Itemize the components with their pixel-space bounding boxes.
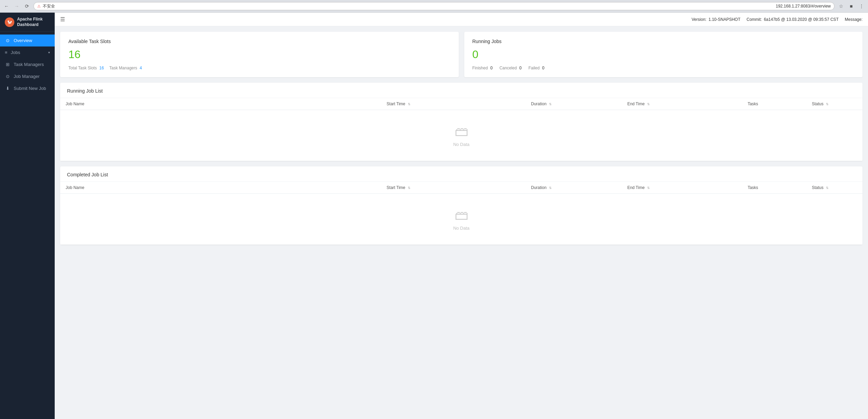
sidebar-item-submit-new-job-label: Submit New Job [14, 86, 46, 91]
available-task-slots-stats: Total Task Slots 16 Task Managers 4 [68, 66, 451, 70]
completed-jobs-col-jobname: Job Name [60, 182, 381, 194]
url-full: 192.168.1.27:8083/#/overview [776, 4, 831, 9]
jobs-icon: ≡ [5, 50, 8, 55]
running-job-list-section: Running Job List Job Name Start Time ⇅ [60, 83, 863, 161]
topbar-right: Version: 1.10-SNAPSHOT Commit: 6a147b5 @… [692, 17, 863, 22]
completed-jobs-col-endtime[interactable]: End Time ⇅ [622, 182, 742, 194]
available-task-slots-card: Available Task Slots 16 Total Task Slots… [60, 32, 459, 77]
url-text: 不安全 [43, 3, 774, 9]
completed-status-sort-icon: ⇅ [826, 186, 829, 190]
running-jobs-card: Running Jobs 0 Finished 0 Canceled 0 Fai… [464, 32, 863, 77]
sidebar-item-jobs-label: Jobs [11, 50, 20, 55]
endtime-sort-icon: ⇅ [647, 103, 650, 106]
job-manager-icon: ⊙ [5, 74, 10, 79]
task-managers-stat: Task Managers 4 [109, 66, 142, 70]
completed-jobs-no-data-row: 🗃 No Data [60, 194, 863, 245]
completed-endtime-sort-icon: ⇅ [647, 186, 650, 190]
sidebar-item-task-managers[interactable]: ⊞ Task Managers [0, 58, 55, 70]
running-jobs-col-tasks: Tasks [742, 98, 806, 110]
reload-button[interactable]: ⟳ [23, 2, 31, 10]
bookmark-button[interactable]: ☆ [837, 2, 845, 10]
sidebar-item-submit-new-job[interactable]: ⬇ Submit New Job [0, 82, 55, 94]
task-managers-icon: ⊞ [5, 62, 10, 67]
completed-jobs-col-duration[interactable]: Duration ⇅ [525, 182, 622, 194]
sidebar-item-jobs[interactable]: ≡ Jobs ▾ [0, 46, 55, 58]
version-label: Version: [692, 17, 706, 22]
menu-toggle-button[interactable]: ☰ [60, 16, 65, 23]
commit-label: Commit: [747, 17, 762, 22]
sidebar-item-overview-label: Overview [14, 38, 32, 43]
back-button[interactable]: ← [3, 2, 10, 10]
sidebar-item-jobs-left: ≡ Jobs [5, 50, 20, 55]
browser-chrome: ← → ⟳ ⚠ 不安全 192.168.1.27:8083/#/overview… [0, 0, 868, 13]
running-jobs-stats: Finished 0 Canceled 0 Failed 0 [472, 66, 855, 70]
sidebar-item-task-managers-label: Task Managers [14, 62, 44, 67]
available-task-slots-title: Available Task Slots [68, 39, 451, 44]
running-jobs-no-data-row: 🗃 No Data [60, 110, 863, 161]
completed-jobs-no-data-text: No Data [453, 226, 470, 231]
submit-job-icon: ⬇ [5, 86, 10, 91]
address-bar[interactable]: ⚠ 不安全 192.168.1.27:8083/#/overview [34, 2, 834, 10]
completed-job-list-section: Completed Job List Job Name Start Time ⇅ [60, 166, 863, 245]
running-jobs-col-status[interactable]: Status ⇅ [806, 98, 863, 110]
status-sort-icon: ⇅ [826, 103, 829, 106]
app-logo-text: Apache Flink Dashboard [17, 17, 50, 27]
main-content: Available Task Slots 16 Total Task Slots… [55, 26, 868, 419]
topbar: ☰ Version: 1.10-SNAPSHOT Commit: 6a147b5… [55, 13, 868, 26]
running-jobs-table-header-row: Job Name Start Time ⇅ Duration ⇅ [60, 98, 863, 110]
extensions-button[interactable]: ■ [847, 2, 855, 10]
running-job-list-header: Running Job List [60, 83, 863, 98]
app-wrapper: 🐿 Apache Flink Dashboard ⊙ Overview ≡ Jo… [0, 13, 868, 419]
running-job-list-table: Job Name Start Time ⇅ Duration ⇅ [60, 98, 863, 161]
message-label: Message: [845, 17, 863, 22]
running-jobs-no-data-text: No Data [453, 142, 470, 147]
completed-jobs-col-starttime[interactable]: Start Time ⇅ [381, 182, 525, 194]
running-jobs-col-duration[interactable]: Duration ⇅ [525, 98, 622, 110]
duration-sort-icon: ⇅ [549, 103, 552, 106]
finished-value: 0 [490, 66, 493, 70]
commit-value: 6a147b5 @ 13.03.2020 @ 09:35:57 CST [764, 17, 839, 22]
sidebar-logo: 🐿 Apache Flink Dashboard [0, 13, 55, 32]
sidebar: 🐿 Apache Flink Dashboard ⊙ Overview ≡ Jo… [0, 13, 55, 419]
app-logo-icon: 🐿 [5, 17, 14, 27]
total-task-slots-label: Total Task Slots 16 [68, 66, 104, 70]
canceled-value: 0 [519, 66, 522, 70]
sidebar-item-job-manager-label: Job Manager [14, 74, 40, 79]
failed-value: 0 [542, 66, 545, 70]
completed-duration-sort-icon: ⇅ [549, 186, 552, 190]
sidebar-item-overview[interactable]: ⊙ Overview [0, 35, 55, 46]
starttime-sort-icon: ⇅ [408, 103, 411, 106]
completed-job-list-table-wrapper: Job Name Start Time ⇅ Duration ⇅ [60, 182, 863, 245]
failed-stat: Failed 0 [529, 66, 545, 70]
running-jobs-col-starttime[interactable]: Start Time ⇅ [381, 98, 525, 110]
sidebar-item-job-manager[interactable]: ⊙ Job Manager [0, 70, 55, 82]
running-jobs-value: 0 [472, 48, 855, 61]
running-jobs-col-jobname: Job Name [60, 98, 381, 110]
sidebar-nav: ⊙ Overview ≡ Jobs ▾ ⊞ Task Managers ⊙ Jo… [0, 32, 55, 419]
completed-jobs-table-header-row: Job Name Start Time ⇅ Duration ⇅ [60, 182, 863, 194]
overview-icon: ⊙ [5, 38, 10, 43]
task-managers-value: 4 [140, 66, 142, 70]
completed-jobs-empty-icon: 🗃 [74, 207, 849, 223]
completed-jobs-col-status[interactable]: Status ⇅ [806, 182, 863, 194]
running-jobs-no-data-cell: 🗃 No Data [60, 110, 863, 161]
completed-jobs-no-data-cell: 🗃 No Data [60, 194, 863, 245]
completed-starttime-sort-icon: ⇅ [408, 186, 411, 190]
canceled-stat: Canceled 0 [499, 66, 522, 70]
cards-row: Available Task Slots 16 Total Task Slots… [60, 32, 863, 77]
running-job-list-table-wrapper: Job Name Start Time ⇅ Duration ⇅ [60, 98, 863, 161]
running-jobs-title: Running Jobs [472, 39, 855, 44]
completed-job-list-header: Completed Job List [60, 166, 863, 182]
forward-button[interactable]: → [13, 2, 21, 10]
completed-job-list-table: Job Name Start Time ⇅ Duration ⇅ [60, 182, 863, 245]
total-task-slots-value: 16 [99, 66, 104, 70]
version-value: 1.10-SNAPSHOT [708, 17, 740, 22]
running-jobs-col-endtime[interactable]: End Time ⇅ [622, 98, 742, 110]
security-icon: ⚠ [37, 4, 41, 9]
available-task-slots-value: 16 [68, 48, 451, 61]
menu-button[interactable]: ⋮ [858, 2, 865, 10]
topbar-left: ☰ [60, 16, 65, 23]
finished-stat: Finished 0 [472, 66, 493, 70]
running-jobs-empty-icon: 🗃 [74, 124, 849, 139]
completed-jobs-col-tasks: Tasks [742, 182, 806, 194]
